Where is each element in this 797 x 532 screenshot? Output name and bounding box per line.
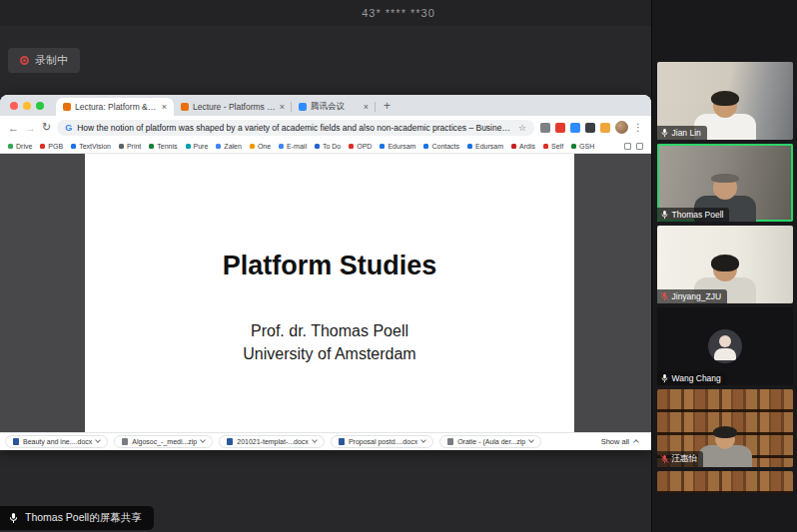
bookmark-item[interactable]: E-mail [279, 143, 307, 150]
participant-name: Jian Lin [672, 128, 701, 138]
participant-name-badge: Wang Chang [657, 371, 727, 385]
browser-tab-2[interactable]: Lecture - Platforms as Markets × [174, 98, 292, 116]
bookmark-item[interactable]: Edursam [467, 143, 503, 150]
show-all-downloads[interactable]: Show all [601, 437, 646, 446]
bookmark-favicon [380, 144, 385, 149]
bookmark-star-icon[interactable]: ☆ [518, 123, 526, 133]
bookmark-item[interactable]: Drive [8, 143, 32, 150]
file-icon [339, 438, 345, 445]
participants-panel: Jian Lin Thomas Poell Jinyang_ZJU [651, 0, 797, 532]
tab-close-icon[interactable]: × [162, 102, 167, 112]
file-icon [227, 438, 233, 445]
bookmark-item[interactable]: GSH [571, 143, 594, 150]
bookmark-favicon [543, 144, 548, 149]
download-filename: Oratie - (Aula der...zip [457, 438, 525, 445]
bookmark-item[interactable]: Print [119, 143, 141, 150]
participant-name-badge: 汪惠怡 [657, 451, 704, 467]
bookmark-label: Tennis [157, 143, 177, 150]
download-item[interactable]: Beauty and ine....docx [5, 435, 108, 448]
bookmark-favicon [40, 144, 45, 149]
bookmark-label: Drive [16, 143, 32, 150]
extension-icon-5[interactable] [600, 123, 610, 133]
chevron-down-icon[interactable] [420, 437, 426, 443]
participant-tile-partial[interactable] [657, 471, 793, 493]
download-filename: Algosoc_-_medi...zip [132, 438, 197, 445]
bookmark-favicon [71, 144, 76, 149]
minimize-window-icon[interactable] [23, 102, 31, 110]
participant-tile[interactable]: Wang Chang [657, 307, 793, 385]
forward-icon[interactable]: → [25, 122, 36, 134]
chevron-down-icon[interactable] [95, 437, 101, 443]
chevron-down-icon[interactable] [528, 437, 534, 443]
bookmarks-bar-right [624, 143, 643, 150]
profile-avatar[interactable] [615, 121, 628, 134]
participant-name: Wang Chang [672, 373, 721, 383]
bookmark-favicon [467, 144, 472, 149]
browser-tab-3[interactable]: 腾讯会议 × [292, 98, 376, 116]
bookmark-favicon [250, 144, 255, 149]
participant-tile[interactable]: 汪惠怡 [657, 389, 793, 467]
download-item[interactable]: Proposal postd....docx [331, 435, 433, 448]
bookmark-label: E-mail [287, 143, 307, 150]
bookmark-favicon [216, 144, 221, 149]
screen-share-area: 录制中 Lectura: Platform & App Studies × Le… [0, 26, 651, 532]
recording-indicator[interactable]: 录制中 [8, 48, 80, 73]
extension-icon-2[interactable] [555, 123, 565, 133]
bookmark-favicon [119, 144, 124, 149]
bookmark-item[interactable]: OPD [349, 143, 372, 150]
tab-close-icon[interactable]: × [280, 102, 285, 112]
chevron-up-icon [633, 439, 639, 445]
show-all-label: Show all [601, 437, 629, 446]
extension-icon-3[interactable] [570, 123, 580, 133]
maximize-window-icon[interactable] [36, 102, 44, 110]
tab-close-icon[interactable]: × [364, 102, 369, 112]
tab-favicon [181, 103, 189, 111]
screen-share-label: Thomas Poell的屏幕共享 [0, 506, 154, 530]
download-item[interactable]: 201021-templat-...docx [219, 435, 325, 448]
bookmark-item[interactable]: Pure [186, 143, 209, 150]
back-icon[interactable]: ← [8, 122, 19, 134]
bookmark-item[interactable]: Ardis [511, 143, 535, 150]
bookmark-item[interactable]: PGB [40, 143, 63, 150]
download-item[interactable]: Oratie - (Aula der...zip [439, 435, 541, 448]
mic-on-icon [660, 128, 669, 138]
participant-tile[interactable]: Jinyang_ZJU [657, 226, 793, 303]
meeting-id: 43* **** **30 [362, 7, 435, 19]
mic-on-icon [660, 210, 669, 220]
bookmark-item[interactable]: Contacts [423, 143, 459, 150]
participant-tile[interactable]: Jian Lin [657, 62, 793, 140]
bookmark-item[interactable]: One [250, 143, 271, 150]
extension-icon-1[interactable] [540, 123, 550, 133]
chevron-down-icon[interactable] [312, 437, 318, 443]
shared-browser-window: Lectura: Platform & App Studies × Lectur… [0, 95, 651, 450]
new-tab-button[interactable]: + [384, 99, 391, 113]
extension-icon-4[interactable] [585, 123, 595, 133]
side-panel-icon[interactable] [636, 143, 643, 150]
mic-muted-icon [660, 291, 669, 301]
file-icon [122, 438, 128, 445]
download-item[interactable]: Algosoc_-_medi...zip [114, 435, 213, 448]
bookmark-favicon [511, 144, 516, 149]
share-label-text: Thomas Poell的屏幕共享 [25, 511, 142, 525]
recording-label: 录制中 [35, 53, 68, 68]
bookmark-item[interactable]: Tennis [149, 143, 177, 150]
slide-subtitle-1: Prof. dr. Thomas Poell [251, 319, 408, 342]
close-window-icon[interactable] [10, 102, 18, 110]
address-bar[interactable]: G How the notion of platform was shaped … [57, 120, 534, 136]
browser-tab-1[interactable]: Lectura: Platform & App Studies × [56, 98, 174, 116]
reload-icon[interactable]: ↻ [42, 121, 51, 134]
zoom-window: 43* **** **30 录制中 Lectura: Platform & Ap… [0, 0, 797, 532]
bookmark-item[interactable]: Edursam [380, 143, 415, 150]
bookmark-item[interactable]: To Do [315, 143, 341, 150]
chevron-down-icon[interactable] [200, 437, 206, 443]
bookmark-item[interactable]: Self [543, 143, 563, 150]
tab-title: 腾讯会议 [311, 101, 360, 113]
bookmark-label: Edursam [388, 143, 415, 150]
download-filename: Proposal postd....docx [349, 438, 417, 445]
bookmark-item[interactable]: TextVision [71, 143, 111, 150]
bookmark-item[interactable]: Zalen [216, 143, 242, 150]
browser-toolbar: ← → ↻ G How the notion of platform was s… [0, 116, 651, 139]
participant-tile[interactable]: Thomas Poell [657, 144, 793, 222]
browser-menu-icon[interactable]: ⋮ [633, 122, 643, 133]
reading-list-icon[interactable] [624, 143, 631, 150]
